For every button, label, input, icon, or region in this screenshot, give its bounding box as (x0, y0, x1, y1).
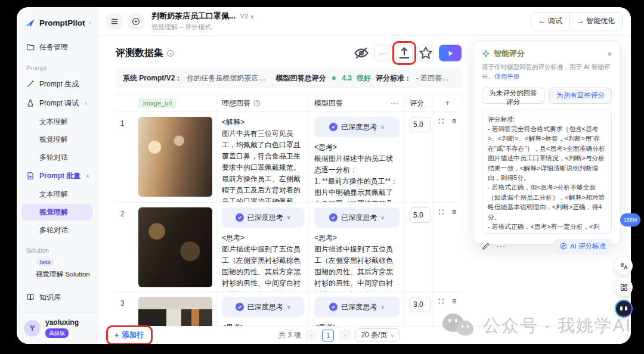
delete-icon[interactable] (451, 117, 457, 126)
sidebar-item-debug-text[interactable]: 文本理解 (21, 113, 92, 130)
sidebar-collapse-icon[interactable] (89, 18, 92, 27)
assistant-button[interactable] (615, 300, 633, 318)
avatar: Y (24, 320, 41, 337)
panel-more-button[interactable]: ··· (497, 242, 506, 250)
run-button[interactable] (439, 45, 462, 61)
chevron-down-icon: ∨ (390, 333, 394, 339)
debug-nav-button[interactable]: ← 调试 (531, 13, 569, 30)
model-answer-cell: 已深度思考 ∨ <思考> (309, 292, 405, 326)
criteria-textarea[interactable]: 评分标准: - 若回答完全符合格式要求（包含<思考>、<判断>、<解释>标签，<… (482, 110, 612, 234)
sidebar-item-debug-multiturn[interactable]: 多轮对话 (21, 149, 92, 166)
translate-button[interactable] (615, 257, 633, 275)
ideal-answer-text: <思考> 图片描述中提到了五位员工（左侧穿黑衬衫戴棕色围裙的男性、其后方穿黑衬衫… (222, 232, 304, 291)
total-count: 共 3 项 (278, 330, 301, 340)
chevron-up-icon[interactable]: ∧ (85, 173, 89, 179)
hamburger-icon (110, 17, 119, 26)
smart-scoring-panel: 智能评分 × 基于你对模型回答的评分标准，用于 AI 智能评分。使用手册 为未评… (473, 41, 621, 244)
column-model-answer[interactable]: 模型回答 (314, 98, 343, 108)
favorite-button[interactable] (417, 45, 434, 61)
apps-grid-icon (620, 283, 628, 292)
expand-icon[interactable] (438, 117, 444, 126)
sidebar-item-batch-multiturn[interactable]: 多轮对话 (21, 222, 92, 238)
smart-optimize-button[interactable]: → 智能优化 (569, 13, 622, 30)
column-score[interactable]: 评分 (410, 98, 424, 108)
deep-think-badge[interactable]: 已深度思考 ∨ (314, 297, 400, 317)
dots-icon: ··· (379, 49, 387, 58)
ai-criteria-button[interactable]: AI 评分标准 (554, 239, 612, 254)
sidebar-item-batch-text[interactable]: 文本理解 (21, 186, 92, 203)
sidebar-item-task-management[interactable]: 任务管理 (21, 38, 92, 56)
score-input[interactable] (410, 117, 431, 132)
check-circle-icon (329, 213, 338, 222)
current-page[interactable]: 1 (322, 330, 334, 341)
row-image-thumbnail[interactable] (138, 117, 212, 197)
chevron-up-icon[interactable]: ∧ (83, 100, 88, 106)
score-cell (405, 112, 434, 202)
score-all-button[interactable]: 为所有回答评分 (549, 88, 612, 104)
chevron-down-icon: ∨ (250, 14, 254, 20)
column-image-url[interactable]: image_url (138, 98, 177, 108)
sidebar-item-knowledge-base[interactable]: 知识库 (21, 288, 92, 306)
row-image-thumbnail[interactable] (138, 207, 212, 287)
batch-file-icon (26, 172, 35, 180)
system-prompt-preview: 你的任务是根据奶茶店的图片描述，判断奶茶... (187, 73, 271, 83)
add-column-button[interactable]: + (445, 99, 450, 107)
sidebar-item-batch-vision[interactable]: 视觉理解 (21, 204, 92, 221)
check-circle-icon (236, 303, 244, 311)
user-block[interactable]: Y yaoluxing 高级版 (17, 312, 97, 344)
eye-off-icon (353, 45, 370, 61)
expand-icon[interactable] (438, 207, 444, 216)
expand-icon[interactable] (438, 297, 444, 306)
add-row-button[interactable]: + 添加行 (110, 329, 149, 341)
deep-think-badge[interactable]: 已深度思考 ∨ (222, 297, 304, 317)
apps-grid-button[interactable] (615, 278, 633, 296)
row-actions (434, 292, 462, 326)
prev-page-button[interactable]: ‹ (305, 330, 317, 341)
hide-columns-button[interactable] (353, 45, 370, 61)
delete-icon[interactable] (451, 207, 457, 216)
chevron-down-icon: ∨ (380, 124, 385, 130)
deep-think-badge[interactable]: 已深度思考 ∨ (222, 207, 304, 228)
delete-icon[interactable] (451, 297, 457, 306)
score-cell (405, 203, 434, 291)
model-answer-text: <思考> 图片描述中提到了五位员工（左侧穿黑衬衫戴棕色围裙的男性、其后方穿黑衬衫… (314, 232, 400, 291)
sidebar-item-prompt-debug[interactable]: Prompt 调试 ∧ (21, 94, 92, 112)
deep-think-badge[interactable]: 已深度思考 ∨ (314, 117, 400, 137)
version-dropdown[interactable]: V2 ∨ (240, 13, 254, 20)
column-ideal-answer[interactable]: 理想回答 (222, 98, 250, 108)
sidebar-item-debug-vision[interactable]: 视觉理解 (21, 131, 92, 148)
sidebar-item-prompt-generate[interactable]: Prompt 生成 (21, 75, 92, 93)
upload-button[interactable] (396, 45, 413, 61)
panel-description: 基于你对模型回答的评分标准，用于 AI 智能评分。使用手册 (473, 60, 620, 82)
score-input[interactable] (410, 297, 431, 312)
plus-icon: + (114, 331, 119, 340)
edit-pencil-icon[interactable] (482, 243, 490, 250)
dataset-toolbar: ··· (353, 45, 462, 61)
score-unscored-button[interactable]: 为未评分的回答评分 (482, 88, 544, 104)
column-menu-icon[interactable]: ··· (391, 99, 400, 107)
sparkle-icon (482, 49, 490, 58)
close-icon[interactable]: × (607, 50, 612, 58)
sidebar-section-solution: Solution (17, 240, 97, 256)
chevron-down-icon: ∨ (380, 215, 385, 221)
extension-badge[interactable]: 158M (620, 213, 640, 226)
deep-think-badge[interactable]: 已深度思考 ∨ (314, 207, 400, 228)
floating-toolbar (615, 257, 633, 318)
sidebar-item-prompt-batch[interactable]: Prompt 批量 ∧ (21, 167, 92, 185)
summary-bar[interactable]: 系统 Prompt/V2： 你的任务是根据奶茶店的图片描述，判断奶茶... 模型… (116, 68, 462, 88)
new-task-button[interactable] (128, 13, 144, 30)
menu-button[interactable] (106, 13, 123, 30)
row-image-thumbnail[interactable] (138, 297, 212, 326)
table-row: 2 已深度思考 ∨ <思考> 图片描述中提到了五位员工（左侧穿黑衬衫戴棕色围裙的… (116, 203, 462, 292)
chevron-down-icon: ∨ (380, 304, 385, 310)
ideal-answer-cell: ∨ <解释> 图片中共有三位可见员工，均佩戴了白色口罩且覆盖口鼻，符合食品卫生要… (217, 112, 309, 202)
check-circle-icon (329, 303, 338, 311)
next-page-button[interactable]: › (339, 330, 351, 341)
sidebar-item-vision-solution[interactable]: beta 视觉理解 Solution (21, 257, 92, 281)
score-input[interactable] (410, 207, 431, 223)
criteria-preview: - 若回答完全符合格... (416, 73, 454, 83)
more-actions-button[interactable]: ··· (374, 45, 391, 61)
row-index: 3 (116, 292, 134, 326)
manual-link[interactable]: 使用手册 (494, 73, 519, 80)
page-size-select[interactable]: 20 条/页∨ (355, 328, 400, 342)
